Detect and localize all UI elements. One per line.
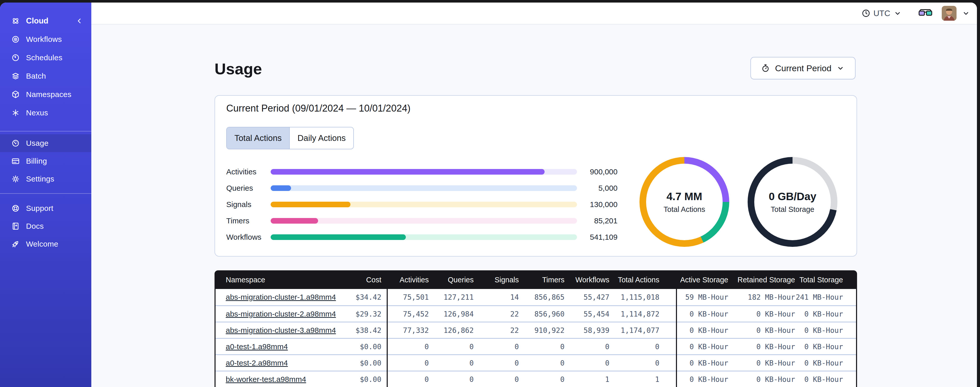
sidebar-item-settings[interactable]: Settings [0, 170, 91, 188]
activities-bar-fill [270, 169, 544, 174]
cost-cell: $34.42 [356, 293, 381, 301]
bar-value: 5,000 [598, 184, 617, 192]
total-storage-cell: 0 KB-Hour [804, 375, 843, 384]
tab-daily-actions[interactable]: Daily Actions [289, 127, 353, 149]
sidebar-item-label: Nexus [26, 109, 48, 117]
total-actions-cell: 0 [655, 342, 659, 351]
welcome-rocket-icon [11, 240, 20, 248]
queries-bar-track [270, 186, 577, 191]
sidebar-item-schedules[interactable]: Schedules [0, 48, 91, 67]
timezone-selector[interactable]: UTC [862, 9, 902, 18]
retained-storage-cell: 0 KB-Hour [756, 310, 795, 318]
activities-cell: 75,501 [403, 293, 429, 301]
queries-cell: 0 [469, 342, 474, 351]
sidebar-item-billing[interactable]: Billing [0, 152, 91, 170]
queries-cell: 126,862 [444, 326, 474, 334]
workflows-cell: 55,427 [584, 293, 609, 301]
cost-cell: $0.00 [360, 342, 381, 351]
table-row: abs-migration-cluster-3.a98mm4 $38.42 77… [216, 321, 856, 338]
feedback-glasses-icon[interactable] [918, 8, 932, 18]
retained-storage-cell: 182 MB-Hour [748, 293, 795, 301]
queries-cell: 126,984 [444, 310, 474, 318]
topbar: UTC [91, 3, 977, 24]
workflows-bar-track [270, 234, 577, 240]
namespace-link[interactable]: abs-migration-cluster-1.a98mm4 [226, 293, 336, 301]
bar-label: Queries [226, 184, 253, 192]
workflows-icon [11, 35, 20, 44]
sidebar-divider [0, 193, 91, 194]
total-storage-cell: 0 KB-Hour [804, 342, 843, 351]
actions-view-toggle: Total Actions Daily Actions [226, 127, 354, 149]
user-menu-chevron-icon[interactable] [962, 9, 970, 18]
table-row: a0-test-2.a98mm4 $0.00 0 0 0 0 0 0 0 KB-… [216, 354, 856, 371]
sidebar-item-workflows[interactable]: Workflows [0, 30, 91, 48]
activities-cell: 0 [425, 359, 429, 367]
bar-label: Timers [226, 216, 250, 225]
sidebar-item-namespaces[interactable]: Namespaces [0, 85, 91, 104]
column-header-timers: Timers [542, 275, 565, 284]
bar-label: Workflows [226, 233, 261, 241]
app-window: Cloud Workflows Schedules [0, 3, 977, 387]
sidebar-item-label: Workflows [26, 35, 62, 44]
bar-value: 85,201 [594, 216, 617, 225]
sidebar-item-docs[interactable]: Docs [0, 217, 91, 235]
namespace-usage-table: Namespace Cost Activities Queries Signal… [215, 270, 857, 387]
stopwatch-icon [761, 64, 770, 72]
column-header-signals: Signals [495, 275, 519, 284]
signals-cell: 14 [510, 293, 519, 301]
temporal-logo-icon [11, 17, 20, 25]
timers-bar-fill [270, 218, 318, 224]
bar-value: 541,109 [590, 233, 617, 241]
total-storage-cell: 0 KB-Hour [804, 326, 843, 334]
sidebar-item-nexus[interactable]: Nexus [0, 104, 91, 122]
total-storage-value: 0 GB/Day [769, 190, 816, 203]
sidebar-item-support[interactable]: Support [0, 199, 91, 217]
table-group-divider [676, 289, 677, 387]
timezone-label: UTC [873, 9, 890, 18]
donut-center: 4.7 MM Total Actions [646, 164, 722, 240]
bar-label: Signals [226, 200, 251, 209]
namespace-link[interactable]: a0-test-2.a98mm4 [226, 359, 288, 367]
sidebar-collapse-icon[interactable] [75, 17, 84, 25]
usage-gauge-icon [11, 139, 20, 147]
sidebar-nav-footer: Support Docs Welcome [0, 199, 91, 253]
retained-storage-cell: 0 KB-Hour [756, 359, 795, 367]
workflows-cell: 58,939 [584, 326, 609, 334]
table-row: a0-test-1.a98mm4 $0.00 0 0 0 0 0 0 0 KB-… [216, 338, 856, 354]
total-actions-donut: 4.7 MM Total Actions [640, 157, 729, 247]
cost-cell: $29.32 [356, 310, 381, 318]
docs-book-icon [11, 222, 20, 230]
active-storage-cell: 0 KB-Hour [689, 342, 728, 351]
workflows-cell: 0 [605, 342, 609, 351]
bar-row-timers: Timers 85,201 [226, 213, 617, 229]
bar-row-activities: Activities 900,000 [226, 164, 617, 180]
namespace-link[interactable]: a0-test-1.a98mm4 [226, 342, 288, 351]
retained-storage-cell: 0 KB-Hour [756, 375, 795, 384]
workflows-cell: 0 [605, 359, 609, 367]
activities-bar-track [270, 169, 577, 174]
namespace-link[interactable]: abs-migration-cluster-2.a98mm4 [226, 310, 336, 318]
sidebar-item-batch[interactable]: Batch [0, 67, 91, 85]
bar-label: Activities [226, 168, 256, 176]
namespace-link[interactable]: abs-migration-cluster-3.a98mm4 [226, 326, 336, 335]
namespace-link[interactable]: bk-worker-test.a98mm4 [226, 375, 306, 384]
current-period-card: Current Period (09/01/2024 — 10/01/2024)… [215, 95, 857, 257]
chevron-down-icon [893, 9, 902, 18]
activities-cell: 0 [425, 375, 429, 384]
timers-bar-track [270, 218, 577, 224]
main-content: Usage Current Period Current Period (09/… [91, 24, 977, 387]
sidebar-item-welcome[interactable]: Welcome [0, 235, 91, 253]
sidebar-item-usage[interactable]: Usage [0, 134, 91, 152]
sidebar-item-label: Docs [26, 222, 44, 230]
timers-cell: 0 [560, 375, 565, 384]
period-selector-button[interactable]: Current Period [751, 57, 856, 79]
bar-value: 900,000 [590, 168, 617, 176]
donut-center: 0 GB/Day Total Storage [754, 164, 831, 240]
active-storage-cell: 0 KB-Hour [689, 310, 728, 318]
user-avatar[interactable] [942, 6, 956, 21]
activities-cell: 0 [425, 342, 429, 351]
tab-total-actions[interactable]: Total Actions [227, 127, 289, 149]
total-storage-cell: 0 KB-Hour [804, 359, 843, 367]
total-storage-donut: 0 GB/Day Total Storage [748, 157, 837, 247]
timers-cell: 910,922 [535, 326, 565, 334]
